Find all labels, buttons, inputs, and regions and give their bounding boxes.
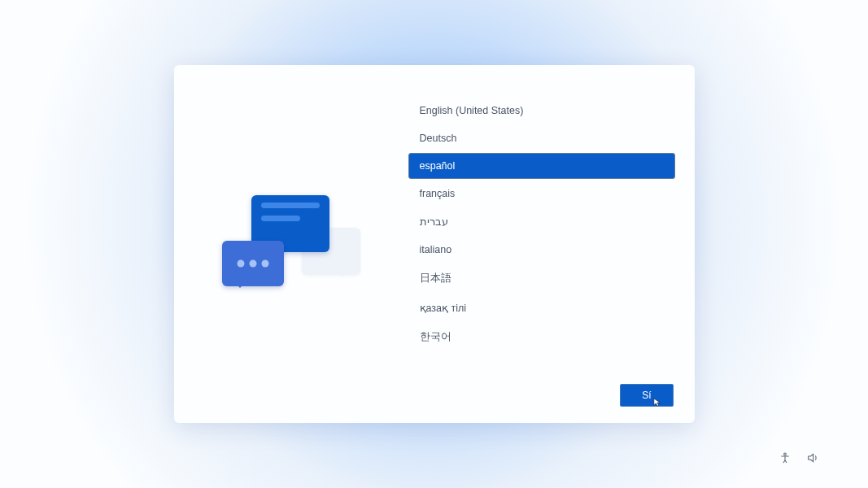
accessibility-icon[interactable] (779, 451, 792, 467)
language-option-ko[interactable]: 한국어 (408, 323, 675, 351)
system-tray (779, 451, 819, 467)
language-option-he[interactable]: עברית (408, 208, 675, 235)
confirm-button-label: Sí (642, 390, 651, 401)
setup-dialog: English (United States) Deutsch español … (174, 65, 695, 423)
language-list: English (United States) Deutsch español … (408, 65, 695, 423)
cursor-icon (653, 398, 661, 407)
svg-point-0 (784, 453, 787, 455)
language-option-fr[interactable]: français (408, 181, 675, 207)
language-option-en-us[interactable]: English (United States) (408, 98, 675, 124)
confirm-button[interactable]: Sí (620, 384, 673, 407)
language-option-it[interactable]: italiano (408, 237, 675, 263)
speech-bubbles-icon (222, 195, 360, 293)
language-option-de[interactable]: Deutsch (408, 125, 675, 151)
language-option-kk[interactable]: қазақ тілі (408, 294, 675, 321)
language-illustration (174, 65, 408, 423)
language-option-ja[interactable]: 日本語 (408, 264, 675, 293)
language-option-es[interactable]: español (408, 153, 675, 179)
volume-icon[interactable] (806, 451, 819, 467)
